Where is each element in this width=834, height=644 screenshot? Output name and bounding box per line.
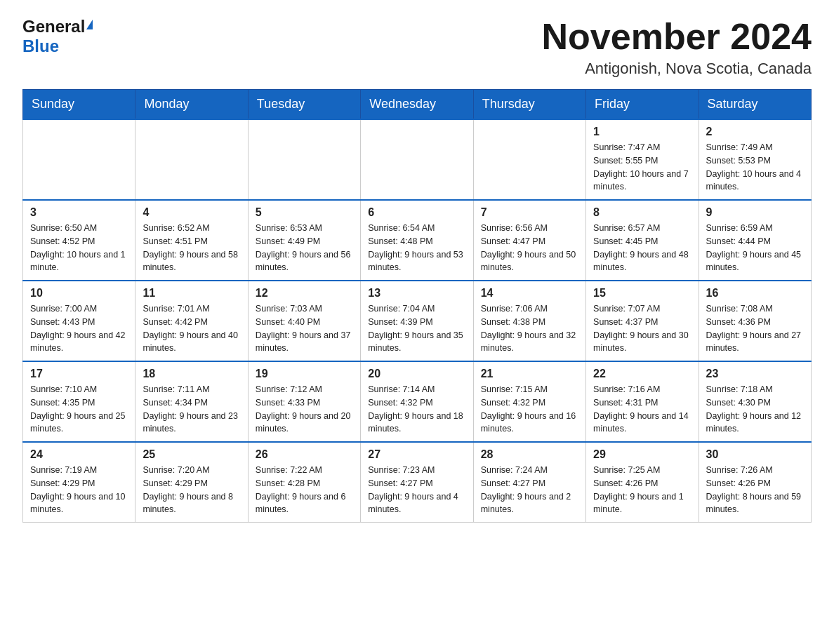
weekday-header-wednesday: Wednesday — [361, 90, 473, 120]
day-info: Sunrise: 6:57 AMSunset: 4:45 PMDaylight:… — [593, 222, 691, 274]
day-number: 28 — [481, 448, 578, 461]
weekday-header-saturday: Saturday — [699, 90, 811, 120]
logo-general-text: General — [22, 17, 85, 36]
calendar-cell: 2Sunrise: 7:49 AMSunset: 5:53 PMDaylight… — [699, 119, 811, 200]
day-number: 30 — [706, 448, 804, 461]
calendar-cell — [473, 119, 585, 200]
logo-blue-text: Blue — [22, 36, 59, 55]
calendar-table: SundayMondayTuesdayWednesdayThursdayFrid… — [22, 89, 812, 523]
calendar-week-2: 3Sunrise: 6:50 AMSunset: 4:52 PMDaylight… — [23, 200, 812, 281]
month-title: November 2024 — [542, 17, 812, 57]
day-info: Sunrise: 7:06 AMSunset: 4:38 PMDaylight:… — [481, 302, 578, 355]
day-number: 15 — [593, 287, 691, 300]
calendar-cell — [361, 119, 473, 200]
day-info: Sunrise: 7:25 AMSunset: 4:26 PMDaylight:… — [593, 464, 691, 516]
weekday-header-thursday: Thursday — [473, 90, 585, 120]
day-number: 14 — [481, 287, 578, 300]
day-number: 27 — [368, 448, 465, 461]
day-number: 12 — [256, 287, 353, 300]
calendar-week-3: 10Sunrise: 7:00 AMSunset: 4:43 PMDayligh… — [23, 281, 812, 361]
day-info: Sunrise: 6:56 AMSunset: 4:47 PMDaylight:… — [481, 222, 578, 274]
day-number: 25 — [143, 448, 240, 461]
page-header: General Blue November 2024 Antigonish, N… — [22, 17, 812, 78]
calendar-cell: 14Sunrise: 7:06 AMSunset: 4:38 PMDayligh… — [473, 281, 585, 361]
day-number: 8 — [593, 206, 691, 219]
day-number: 21 — [481, 368, 578, 380]
day-number: 7 — [481, 206, 578, 219]
calendar-cell: 8Sunrise: 6:57 AMSunset: 4:45 PMDaylight… — [586, 200, 699, 281]
calendar-cell: 21Sunrise: 7:15 AMSunset: 4:32 PMDayligh… — [473, 361, 585, 442]
day-number: 16 — [706, 287, 804, 300]
day-info: Sunrise: 6:52 AMSunset: 4:51 PMDaylight:… — [143, 222, 240, 274]
calendar-cell — [135, 119, 248, 200]
calendar-cell: 24Sunrise: 7:19 AMSunset: 4:29 PMDayligh… — [23, 442, 135, 523]
day-number: 23 — [706, 368, 804, 380]
day-number: 3 — [30, 206, 128, 219]
day-info: Sunrise: 7:19 AMSunset: 4:29 PMDaylight:… — [30, 464, 128, 516]
calendar-cell: 9Sunrise: 6:59 AMSunset: 4:44 PMDaylight… — [699, 200, 811, 281]
day-info: Sunrise: 7:00 AMSunset: 4:43 PMDaylight:… — [30, 302, 128, 355]
day-info: Sunrise: 6:50 AMSunset: 4:52 PMDaylight:… — [30, 222, 128, 274]
day-number: 22 — [593, 368, 691, 380]
day-number: 20 — [368, 368, 465, 380]
day-info: Sunrise: 7:15 AMSunset: 4:32 PMDaylight:… — [481, 383, 578, 436]
calendar-cell: 11Sunrise: 7:01 AMSunset: 4:42 PMDayligh… — [135, 281, 248, 361]
day-number: 2 — [706, 126, 804, 138]
calendar-cell: 5Sunrise: 6:53 AMSunset: 4:49 PMDaylight… — [248, 200, 360, 281]
calendar-week-4: 17Sunrise: 7:10 AMSunset: 4:35 PMDayligh… — [23, 361, 812, 442]
calendar-cell: 29Sunrise: 7:25 AMSunset: 4:26 PMDayligh… — [586, 442, 699, 523]
day-number: 10 — [30, 287, 128, 300]
day-info: Sunrise: 7:07 AMSunset: 4:37 PMDaylight:… — [593, 302, 691, 355]
calendar-cell — [23, 119, 135, 200]
calendar-cell: 20Sunrise: 7:14 AMSunset: 4:32 PMDayligh… — [361, 361, 473, 442]
calendar-cell — [248, 119, 360, 200]
calendar-cell: 25Sunrise: 7:20 AMSunset: 4:29 PMDayligh… — [135, 442, 248, 523]
calendar-header-row: SundayMondayTuesdayWednesdayThursdayFrid… — [23, 90, 812, 120]
day-number: 11 — [143, 287, 240, 300]
day-number: 5 — [256, 206, 353, 219]
calendar-cell: 15Sunrise: 7:07 AMSunset: 4:37 PMDayligh… — [586, 281, 699, 361]
calendar-cell: 30Sunrise: 7:26 AMSunset: 4:26 PMDayligh… — [699, 442, 811, 523]
day-info: Sunrise: 7:03 AMSunset: 4:40 PMDaylight:… — [256, 302, 353, 355]
calendar-cell: 18Sunrise: 7:11 AMSunset: 4:34 PMDayligh… — [135, 361, 248, 442]
logo: General Blue — [22, 17, 93, 56]
calendar-week-1: 1Sunrise: 7:47 AMSunset: 5:55 PMDaylight… — [23, 119, 812, 200]
day-number: 29 — [593, 448, 691, 461]
title-area: November 2024 Antigonish, Nova Scotia, C… — [542, 17, 812, 78]
day-info: Sunrise: 7:11 AMSunset: 4:34 PMDaylight:… — [143, 383, 240, 436]
day-info: Sunrise: 7:08 AMSunset: 4:36 PMDaylight:… — [706, 302, 804, 355]
weekday-header-sunday: Sunday — [23, 90, 135, 120]
calendar-cell: 22Sunrise: 7:16 AMSunset: 4:31 PMDayligh… — [586, 361, 699, 442]
day-info: Sunrise: 7:16 AMSunset: 4:31 PMDaylight:… — [593, 383, 691, 436]
day-number: 18 — [143, 368, 240, 380]
day-info: Sunrise: 7:26 AMSunset: 4:26 PMDaylight:… — [706, 464, 804, 516]
day-info: Sunrise: 7:22 AMSunset: 4:28 PMDaylight:… — [256, 464, 353, 516]
calendar-cell: 12Sunrise: 7:03 AMSunset: 4:40 PMDayligh… — [248, 281, 360, 361]
logo-triangle-icon — [86, 20, 93, 29]
day-info: Sunrise: 7:24 AMSunset: 4:27 PMDaylight:… — [481, 464, 578, 516]
calendar-cell: 23Sunrise: 7:18 AMSunset: 4:30 PMDayligh… — [699, 361, 811, 442]
calendar-cell: 1Sunrise: 7:47 AMSunset: 5:55 PMDaylight… — [586, 119, 699, 200]
calendar-cell: 7Sunrise: 6:56 AMSunset: 4:47 PMDaylight… — [473, 200, 585, 281]
calendar-cell: 6Sunrise: 6:54 AMSunset: 4:48 PMDaylight… — [361, 200, 473, 281]
calendar-cell: 13Sunrise: 7:04 AMSunset: 4:39 PMDayligh… — [361, 281, 473, 361]
weekday-header-friday: Friday — [586, 90, 699, 120]
calendar-week-5: 24Sunrise: 7:19 AMSunset: 4:29 PMDayligh… — [23, 442, 812, 523]
day-info: Sunrise: 7:01 AMSunset: 4:42 PMDaylight:… — [143, 302, 240, 355]
day-info: Sunrise: 7:14 AMSunset: 4:32 PMDaylight:… — [368, 383, 465, 436]
day-info: Sunrise: 7:47 AMSunset: 5:55 PMDaylight:… — [593, 141, 691, 194]
day-info: Sunrise: 7:10 AMSunset: 4:35 PMDaylight:… — [30, 383, 128, 436]
day-number: 17 — [30, 368, 128, 380]
day-number: 6 — [368, 206, 465, 219]
calendar-cell: 19Sunrise: 7:12 AMSunset: 4:33 PMDayligh… — [248, 361, 360, 442]
calendar-cell: 16Sunrise: 7:08 AMSunset: 4:36 PMDayligh… — [699, 281, 811, 361]
calendar-cell: 3Sunrise: 6:50 AMSunset: 4:52 PMDaylight… — [23, 200, 135, 281]
day-info: Sunrise: 7:04 AMSunset: 4:39 PMDaylight:… — [368, 302, 465, 355]
day-info: Sunrise: 7:12 AMSunset: 4:33 PMDaylight:… — [256, 383, 353, 436]
calendar-cell: 27Sunrise: 7:23 AMSunset: 4:27 PMDayligh… — [361, 442, 473, 523]
day-info: Sunrise: 7:18 AMSunset: 4:30 PMDaylight:… — [706, 383, 804, 436]
day-number: 24 — [30, 448, 128, 461]
calendar-cell: 17Sunrise: 7:10 AMSunset: 4:35 PMDayligh… — [23, 361, 135, 442]
day-number: 19 — [256, 368, 353, 380]
day-info: Sunrise: 6:53 AMSunset: 4:49 PMDaylight:… — [256, 222, 353, 274]
